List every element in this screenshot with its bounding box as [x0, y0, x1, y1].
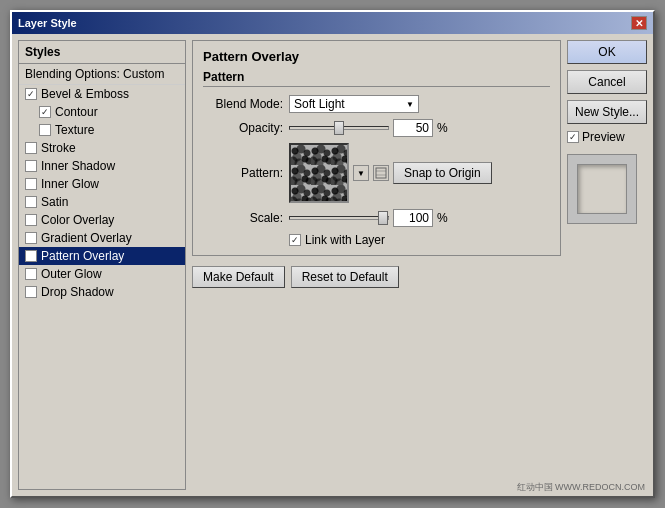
blend-mode-dropdown[interactable]: Soft Light ▼ [289, 95, 419, 113]
contour-checkbox[interactable] [39, 106, 51, 118]
outer-glow-label: Outer Glow [41, 267, 102, 281]
section-title: Pattern Overlay [203, 49, 550, 64]
preview-checkbox[interactable] [567, 131, 579, 143]
pattern-options-icon[interactable] [373, 165, 389, 181]
scale-input[interactable] [393, 209, 433, 227]
reset-to-default-button[interactable]: Reset to Default [291, 266, 399, 288]
preview-checkbox-row: Preview [567, 130, 647, 144]
pattern-overlay-checkbox[interactable] [25, 250, 37, 262]
texture-label: Texture [55, 123, 94, 137]
blend-mode-value: Soft Light [294, 97, 345, 111]
scale-slider[interactable] [289, 216, 389, 220]
sidebar-item-drop-shadow[interactable]: Drop Shadow [19, 283, 185, 301]
make-default-button[interactable]: Make Default [192, 266, 285, 288]
opacity-label: Opacity: [203, 121, 283, 135]
opacity-input[interactable] [393, 119, 433, 137]
inner-glow-label: Inner Glow [41, 177, 99, 191]
sidebar-item-contour[interactable]: Contour [19, 103, 185, 121]
sidebar-item-texture[interactable]: Texture [19, 121, 185, 139]
sidebar-item-bevel-emboss[interactable]: Bevel & Emboss [19, 85, 185, 103]
satin-checkbox[interactable] [25, 196, 37, 208]
texture-checkbox[interactable] [39, 124, 51, 136]
sidebar-item-gradient-overlay[interactable]: Gradient Overlay [19, 229, 185, 247]
opacity-unit: % [437, 121, 448, 135]
blend-mode-row: Blend Mode: Soft Light ▼ [203, 95, 550, 113]
pattern-dropdown-icon[interactable]: ▼ [353, 165, 369, 181]
pattern-preview[interactable] [289, 143, 349, 203]
color-overlay-label: Color Overlay [41, 213, 114, 227]
inner-glow-checkbox[interactable] [25, 178, 37, 190]
sidebar-item-outer-glow[interactable]: Outer Glow [19, 265, 185, 283]
opacity-slider[interactable] [289, 126, 389, 130]
opacity-row: Opacity: % [203, 119, 550, 137]
drop-shadow-checkbox[interactable] [25, 286, 37, 298]
chevron-down-icon: ▼ [406, 100, 414, 109]
ok-button[interactable]: OK [567, 40, 647, 64]
inner-shadow-label: Inner Shadow [41, 159, 115, 173]
link-with-layer-checkbox[interactable] [289, 234, 301, 246]
sub-section-title: Pattern [203, 70, 550, 87]
pattern-preview-inner [291, 145, 347, 201]
styles-header: Styles [19, 41, 185, 64]
opacity-slider-container: % [289, 119, 448, 137]
sidebar-item-stroke[interactable]: Stroke [19, 139, 185, 157]
preview-inner [577, 164, 627, 214]
scale-unit: % [437, 211, 448, 225]
link-with-layer-label: Link with Layer [305, 233, 385, 247]
bevel-emboss-checkbox[interactable] [25, 88, 37, 100]
color-overlay-checkbox[interactable] [25, 214, 37, 226]
dialog-body: Styles Blending Options: Custom Bevel & … [12, 34, 653, 496]
stroke-label: Stroke [41, 141, 76, 155]
title-bar: Layer Style ✕ [12, 12, 653, 34]
outer-glow-checkbox[interactable] [25, 268, 37, 280]
pattern-btn-row: ▼ Snap to Origin [289, 143, 492, 203]
gradient-overlay-checkbox[interactable] [25, 232, 37, 244]
dialog-title: Layer Style [18, 17, 77, 29]
drop-shadow-label: Drop Shadow [41, 285, 114, 299]
blending-options-row[interactable]: Blending Options: Custom [19, 64, 185, 85]
gradient-overlay-label: Gradient Overlay [41, 231, 132, 245]
preview-box [567, 154, 637, 224]
inner-shadow-checkbox[interactable] [25, 160, 37, 172]
satin-label: Satin [41, 195, 68, 209]
action-buttons: Make Default Reset to Default [192, 266, 561, 288]
main-panel: Pattern Overlay Pattern Blend Mode: Soft… [192, 40, 561, 490]
scale-row: Scale: % [203, 209, 550, 227]
pattern-overlay-label: Pattern Overlay [41, 249, 124, 263]
pattern-row: Pattern: ▼ Snap to Origin [203, 143, 550, 203]
bevel-emboss-label: Bevel & Emboss [41, 87, 129, 101]
stroke-checkbox[interactable] [25, 142, 37, 154]
new-style-button[interactable]: New Style... [567, 100, 647, 124]
close-button[interactable]: ✕ [631, 16, 647, 30]
right-panel: OK Cancel New Style... Preview [567, 40, 647, 490]
svg-rect-0 [376, 168, 386, 178]
pattern-label: Pattern: [203, 166, 283, 180]
cancel-button[interactable]: Cancel [567, 70, 647, 94]
scale-label: Scale: [203, 211, 283, 225]
scale-slider-container: % [289, 209, 448, 227]
sidebar-item-pattern-overlay[interactable]: Pattern Overlay [19, 247, 185, 265]
blend-mode-label: Blend Mode: [203, 97, 283, 111]
snap-to-origin-button[interactable]: Snap to Origin [393, 162, 492, 184]
sidebar-item-color-overlay[interactable]: Color Overlay [19, 211, 185, 229]
left-panel: Styles Blending Options: Custom Bevel & … [18, 40, 186, 490]
sidebar-item-inner-shadow[interactable]: Inner Shadow [19, 157, 185, 175]
contour-label: Contour [55, 105, 98, 119]
pattern-overlay-section: Pattern Overlay Pattern Blend Mode: Soft… [192, 40, 561, 256]
sidebar-item-satin[interactable]: Satin [19, 193, 185, 211]
dialog: Layer Style ✕ Styles Blending Options: C… [10, 10, 655, 498]
link-with-layer-row: Link with Layer [289, 233, 550, 247]
watermark: 红动中国 WWW.REDOCN.COM [517, 481, 646, 494]
preview-label: Preview [582, 130, 625, 144]
sidebar-item-inner-glow[interactable]: Inner Glow [19, 175, 185, 193]
